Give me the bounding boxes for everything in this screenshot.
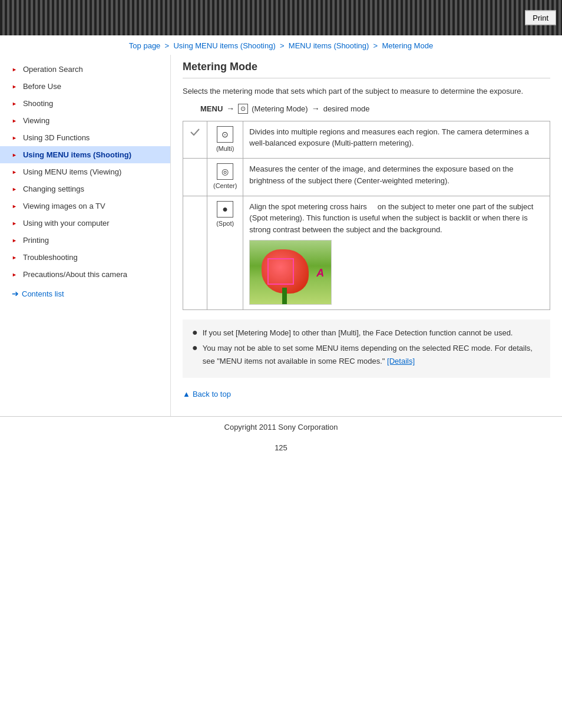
breadcrumb-metering-mode[interactable]: Metering Mode: [382, 41, 433, 50]
arrow-icon: ►: [12, 203, 17, 209]
arrow-icon: ►: [12, 272, 17, 278]
footer: Copyright 2011 Sony Corporation 125: [0, 416, 562, 458]
spot-label: (Spot): [213, 219, 237, 229]
sidebar-item-label: Using MENU items (Viewing): [23, 167, 121, 176]
sidebar-item-troubleshooting[interactable]: ► Troubleshooting: [0, 249, 170, 266]
check-cell-empty: [183, 159, 207, 196]
multi-label: (Multi): [213, 144, 237, 154]
menu-instruction: MENU → ⊙ (Metering Mode) → desired mode: [200, 104, 550, 114]
sidebar-item-precautions[interactable]: ► Precautions/About this camera: [0, 266, 170, 283]
sidebar-item-operation-search[interactable]: ► Operation Search: [0, 61, 170, 78]
arrow-right-icon: ➔: [12, 289, 19, 298]
sidebar-item-label: Troubleshooting: [23, 253, 78, 262]
icon-cell-multi: ⊙ (Multi): [207, 121, 243, 159]
check-cell-spot: [183, 196, 207, 310]
arrow-icon: ►: [12, 118, 17, 124]
sidebar-item-label: Using 3D Functions: [23, 133, 90, 142]
desired-mode-text: desired mode: [323, 104, 370, 113]
arrow-symbol-2: →: [312, 104, 320, 113]
notes-box: ● If you set [Metering Mode] to other th…: [183, 319, 550, 377]
spot-mode-icon: ●: [217, 201, 233, 218]
arrow-icon: ►: [12, 220, 17, 226]
sidebar-item-label: Shooting: [23, 99, 53, 108]
details-link[interactable]: [Details]: [387, 357, 415, 365]
bullet-icon: ●: [192, 327, 198, 339]
sidebar-item-using-computer[interactable]: ► Using with your computer: [0, 215, 170, 232]
arrow-icon: ►: [12, 67, 17, 73]
sidebar-item-label: Viewing images on a TV: [23, 202, 105, 210]
sidebar-item-label: Precautions/About this camera: [23, 270, 127, 279]
sidebar-item-printing[interactable]: ► Printing: [0, 232, 170, 249]
center-mode-icon: ◎: [217, 163, 233, 180]
sidebar-item-label: Operation Search: [23, 65, 83, 74]
arrow-symbol-1: →: [226, 104, 234, 113]
intro-text: Selects the metering mode that sets whic…: [183, 85, 550, 98]
arrow-icon: ►: [12, 152, 17, 158]
center-description: Measures the center of the image, and de…: [243, 159, 550, 196]
back-to-top-label: Back to top: [193, 390, 231, 398]
back-to-top-container: ▲ Back to top: [183, 387, 550, 404]
sidebar-item-viewing-images-tv[interactable]: ► Viewing images on a TV: [0, 197, 170, 215]
arrow-icon: ►: [12, 169, 17, 175]
metering-table: ⊙ (Multi) Divides into multiple regions …: [183, 121, 550, 311]
spot-image-area: A: [249, 240, 544, 305]
note-text-2: You may not be able to set some MENU ite…: [203, 342, 541, 368]
main-content: Metering Mode Selects the metering mode …: [171, 55, 562, 416]
menu-label: MENU: [200, 104, 223, 113]
arrow-icon: ►: [12, 101, 17, 107]
note-item-1: ● If you set [Metering Mode] to other th…: [192, 327, 541, 340]
sidebar-item-label: Using MENU items (Shooting): [23, 150, 131, 159]
table-row: ⊙ (Multi) Divides into multiple regions …: [183, 121, 550, 159]
copyright-text: Copyright 2011 Sony Corporation: [0, 417, 562, 437]
bullet-icon: ●: [192, 342, 198, 354]
sidebar-item-before-use[interactable]: ► Before Use: [0, 78, 170, 95]
multi-mode-icon: ⊙: [217, 126, 233, 143]
sidebar-item-label: Changing settings: [23, 185, 84, 193]
center-label: (Center): [213, 181, 237, 191]
contents-list-link[interactable]: ➔ Contents list: [0, 283, 170, 304]
arrow-icon: ►: [12, 238, 17, 243]
arrow-icon: ►: [12, 135, 17, 141]
spot-metering-box: [267, 258, 294, 285]
check-cell: [183, 121, 207, 159]
sidebar-item-using-menu-viewing[interactable]: ► Using MENU items (Viewing): [0, 163, 170, 180]
arrow-icon: ►: [12, 186, 17, 192]
page-title: Metering Mode: [183, 61, 550, 78]
sidebar-item-3d-functions[interactable]: ► Using 3D Functions: [0, 129, 170, 146]
sidebar-item-using-menu-shooting[interactable]: ► Using MENU items (Shooting): [0, 146, 170, 163]
contents-list-label: Contents list: [22, 289, 64, 298]
multi-description: Divides into multiple regions and measur…: [243, 121, 550, 159]
sidebar-item-changing-settings[interactable]: ► Changing settings: [0, 180, 170, 197]
sidebar-item-label: Before Use: [23, 82, 61, 91]
header-bar: Print: [0, 0, 562, 35]
sidebar-item-shooting[interactable]: ► Shooting: [0, 95, 170, 112]
sidebar-item-label: Viewing: [23, 116, 49, 125]
metering-mode-icon-inline: ⊙: [238, 104, 248, 114]
page-number: 125: [0, 437, 562, 458]
spot-description: Align the spot metering cross hairs on t…: [243, 196, 550, 310]
arrow-icon: ►: [12, 84, 17, 90]
print-button[interactable]: Print: [525, 11, 556, 25]
checkmark-icon: [189, 126, 201, 138]
mode-text: (Metering Mode): [252, 104, 308, 113]
spot-a-label: A: [316, 265, 324, 281]
page-layout: ► Operation Search ► Before Use ► Shooti…: [0, 55, 562, 416]
sidebar-item-label: Printing: [23, 236, 49, 245]
sidebar-item-label: Using with your computer: [23, 219, 110, 228]
icon-cell-spot: ● (Spot): [207, 196, 243, 310]
sidebar-item-viewing[interactable]: ► Viewing: [0, 112, 170, 129]
breadcrumb-using-menu-shooting[interactable]: Using MENU items (Shooting): [173, 41, 275, 50]
arrow-icon: ►: [12, 255, 17, 261]
triangle-up-icon: ▲: [183, 390, 190, 398]
back-to-top-link[interactable]: ▲ Back to top: [183, 390, 550, 398]
note-item-2: ● You may not be able to set some MENU i…: [192, 342, 541, 368]
spot-photo: A: [249, 240, 332, 305]
breadcrumb: Top page > Using MENU items (Shooting) >…: [0, 35, 562, 55]
table-row: ● (Spot) Align the spot metering cross h…: [183, 196, 550, 310]
table-row: ◎ (Center) Measures the center of the im…: [183, 159, 550, 196]
breadcrumb-top-page[interactable]: Top page: [129, 41, 161, 50]
icon-cell-center: ◎ (Center): [207, 159, 243, 196]
breadcrumb-menu-items-shooting[interactable]: MENU items (Shooting): [289, 41, 369, 50]
note-text-1: If you set [Metering Mode] to other than…: [203, 327, 513, 340]
sidebar: ► Operation Search ► Before Use ► Shooti…: [0, 55, 171, 416]
